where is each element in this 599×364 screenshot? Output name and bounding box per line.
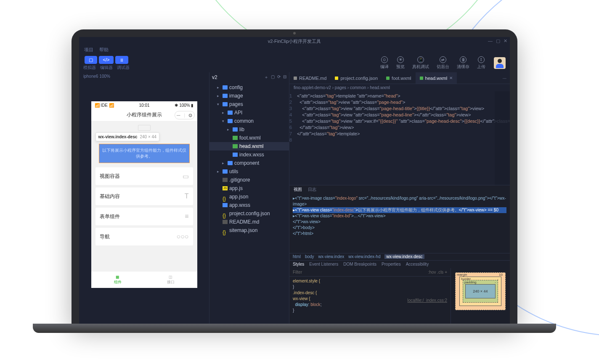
logo-placeholder xyxy=(138,125,151,131)
action-0[interactable]: ⊙编译 xyxy=(380,56,389,70)
phone-tabbar: ▦组件◫接口 xyxy=(91,271,197,288)
capsule[interactable]: ··· | ⊙ xyxy=(175,111,195,119)
panel-Event Listeners[interactable]: Event Listeners xyxy=(309,262,338,266)
styles-filter[interactable]: Filter xyxy=(293,270,302,274)
capsule-close-icon[interactable]: ⊙ xyxy=(188,113,192,118)
tab-foot.wxml[interactable]: foot.wxml xyxy=(382,72,415,84)
refresh-icon[interactable]: ⟳ xyxy=(277,74,281,80)
tree-node-utils[interactable]: ▸utils xyxy=(209,167,289,176)
dt-tab-view[interactable]: 视图 xyxy=(294,187,302,193)
tree-node-app.wxss[interactable]: app.wxss xyxy=(209,201,289,209)
action-2[interactable]: 📱真机调试 xyxy=(412,56,429,70)
phone-tab-1[interactable]: ◫接口 xyxy=(144,272,197,288)
styles-hov-cls[interactable]: :hov .cls + xyxy=(428,270,447,274)
tree-node-index.wxss[interactable]: index.wxss xyxy=(209,150,289,159)
crumb-body[interactable]: body xyxy=(305,254,314,259)
tree-node-app.js[interactable]: JSapp.js xyxy=(209,184,289,193)
action-4[interactable]: 🗑清缓存 xyxy=(457,56,469,70)
panel-Accessibility[interactable]: Accessibility xyxy=(406,262,429,266)
simulator-status: iphone6 100% xyxy=(79,72,209,80)
editor-tabs: README.mdproject.config.jsonfoot.wxmlhea… xyxy=(289,72,510,84)
tree-node-.gitignore[interactable]: .gitignore xyxy=(209,176,289,184)
minimap[interactable] xyxy=(495,91,510,185)
tab-close-icon[interactable]: ✕ xyxy=(449,76,453,80)
tree-node-config[interactable]: ▸config xyxy=(209,83,289,92)
tooltip-size: 240 × 44 xyxy=(140,135,156,139)
file-explorer: v2 ＋ ▢ ⟳ ⊟ ▸config▸image▾pages▸API▾commo… xyxy=(209,72,289,324)
crumb-wx-view.index-hd[interactable]: wx-view.index-hd xyxy=(348,254,380,259)
mode-simulator[interactable]: ▢ xyxy=(85,56,97,64)
simulator-panel: iphone6 100% 📶 IDE 📶 10:01 ✱ 100% ▮ 小程序组… xyxy=(79,72,209,324)
list-row-0[interactable]: 视图容器▭ xyxy=(95,167,193,185)
new-folder-icon[interactable]: ▢ xyxy=(271,74,275,80)
mode-editor[interactable]: </> xyxy=(99,56,114,64)
elements-breadcrumb[interactable]: htmlbodywx-view.indexwx-view.index-hdwx-… xyxy=(289,253,510,261)
tree-node-head.wxml[interactable]: head.wxml xyxy=(209,142,289,150)
tree-node-common[interactable]: ▾common xyxy=(209,117,289,125)
box-model: margin10 border- padding- 240 × 44 xyxy=(451,268,510,324)
tab-head.wxml[interactable]: head.wxml✕ xyxy=(416,72,457,84)
win-max-icon[interactable]: ▢ xyxy=(496,38,500,44)
list-row-2[interactable]: 表单组件≡ xyxy=(95,208,193,225)
mode-debugger-label: 调试器 xyxy=(117,65,130,71)
win-close-icon[interactable]: ✕ xyxy=(504,38,507,44)
toolbar-actions: ⊙编译👁预览📱真机调试⇄切后台🗑清缓存↥上传 xyxy=(380,56,485,70)
list-row-3[interactable]: 导航○○○ xyxy=(95,228,193,245)
tree-node-API[interactable]: ▸API xyxy=(209,108,289,117)
panel-Properties[interactable]: Properties xyxy=(382,262,401,266)
new-file-icon[interactable]: ＋ xyxy=(264,74,268,80)
panel-DOM Breakpoints[interactable]: DOM Breakpoints xyxy=(343,262,376,266)
list-row-1[interactable]: 基础内容T xyxy=(95,187,193,205)
action-1[interactable]: 👁预览 xyxy=(396,56,405,70)
avatar[interactable] xyxy=(494,57,506,69)
action-5[interactable]: ↥上传 xyxy=(477,56,485,70)
action-3[interactable]: ⇄切后台 xyxy=(437,56,449,70)
styles-rules[interactable]: element.style {}.index-desc {</span><br>… xyxy=(289,277,451,324)
titlebar: v2-FinClip小程序开发工具 — ▢ ✕ xyxy=(79,37,510,45)
box-content: 240 × 44 xyxy=(465,284,496,298)
phone-page-title: 小程序组件展示 xyxy=(127,111,162,119)
menu-project[interactable]: 项目 xyxy=(84,47,93,53)
inspect-tooltip: wx-view.index-desc 240 × 44 xyxy=(95,132,159,141)
tree-node-image[interactable]: ▸image xyxy=(209,92,289,100)
tree-body: ▸config▸image▾pages▸API▾common▸libfoot.w… xyxy=(209,82,289,235)
camera-dot xyxy=(293,32,296,34)
tree-node-component[interactable]: ▸component xyxy=(209,159,289,167)
menu-help[interactable]: 帮助 xyxy=(99,47,109,53)
mode-debugger[interactable]: ⫼ xyxy=(115,56,128,64)
tree-root[interactable]: v2 xyxy=(212,74,217,80)
crumb-wx-view.index[interactable]: wx-view.index xyxy=(318,254,345,259)
tree-node-lib[interactable]: ▸lib xyxy=(209,125,289,134)
phone-tab-0[interactable]: ▦组件 xyxy=(91,272,144,288)
phone-preview: 📶 IDE 📶 10:01 ✱ 100% ▮ 小程序组件展示 ··· | ⊙ xyxy=(91,101,197,288)
menubar: 项目 帮助 xyxy=(79,45,510,54)
tab-README.md[interactable]: README.md xyxy=(289,72,331,84)
crumb-wx-view.index-desc[interactable]: wx-view.index-desc xyxy=(384,254,424,259)
devtools: 视图 日志 ▸<"t">wx-image class="index-logo" … xyxy=(289,185,510,324)
ide-window: v2-FinClip小程序开发工具 — ▢ ✕ 项目 帮助 ▢ </> ⫼ 模拟… xyxy=(79,37,510,324)
tree-node-project.config.json[interactable]: {}project.config.json xyxy=(209,209,289,218)
win-min-icon[interactable]: — xyxy=(488,38,493,44)
tabs-overflow-icon[interactable]: ··· xyxy=(499,76,510,81)
dt-tab-log[interactable]: 日志 xyxy=(308,187,316,193)
window-title: v2-FinClip小程序开发工具 xyxy=(268,38,321,45)
tab-project.config.json[interactable]: project.config.json xyxy=(331,72,382,84)
breadcrumbs[interactable]: fino-applet-demo-v2 › pages › common › h… xyxy=(289,84,510,91)
mode-simulator-label: 模拟器 xyxy=(83,65,96,71)
tree-node-README.md[interactable]: README.md xyxy=(209,218,289,226)
capsule-menu-icon[interactable]: ··· xyxy=(177,113,180,118)
tree-node-app.json[interactable]: {}app.json xyxy=(209,193,289,201)
elements-tree[interactable]: ▸<"t">wx-image class="index-logo" src=".… xyxy=(289,194,510,253)
collapse-icon[interactable]: ⊟ xyxy=(283,74,286,80)
tree-node-sitemap.json[interactable]: {}sitemap.json xyxy=(209,226,289,235)
tooltip-selector: wx-view.index-desc xyxy=(98,135,138,139)
mode-editor-label: 编辑器 xyxy=(100,65,113,71)
panel-Styles[interactable]: Styles xyxy=(293,262,304,266)
phone-signal: 📶 IDE 📶 xyxy=(95,103,114,108)
highlighted-desc[interactable]: 以下将展示小程序官方组件能力，组件样式仅供参考。 xyxy=(99,144,190,163)
tree-node-foot.wxml[interactable]: foot.wxml xyxy=(209,134,289,142)
crumb-html[interactable]: html xyxy=(293,254,301,259)
tree-node-pages[interactable]: ▾pages xyxy=(209,100,289,108)
phone-time: 10:01 xyxy=(139,103,150,108)
code-editor[interactable]: 1 2 3 4 5 6 7 8 <"attr">class="tag">temp… xyxy=(289,91,510,185)
